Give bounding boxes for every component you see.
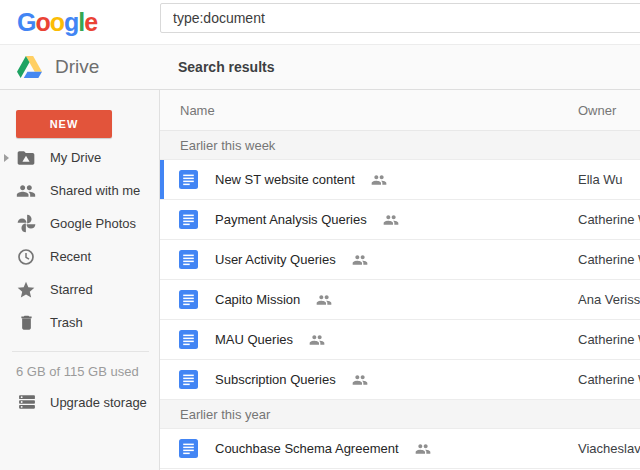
column-header-name[interactable]: Name xyxy=(180,103,215,118)
table-row[interactable]: Subscription Queries Catherine Wo xyxy=(160,360,640,400)
photos-pinwheel-icon xyxy=(15,213,37,235)
sidebar-item-starred[interactable]: Starred xyxy=(0,273,159,306)
sidebar-item-label: Google Photos xyxy=(50,216,136,231)
upgrade-storage-button[interactable]: Upgrade storage xyxy=(0,387,159,417)
new-button[interactable]: NEW xyxy=(16,110,112,138)
section-label: Earlier this year xyxy=(180,407,270,422)
owner-name: Catherine Wo xyxy=(578,212,640,227)
top-header: Google xyxy=(0,0,640,45)
star-icon xyxy=(15,279,37,301)
column-header-owner[interactable]: Owner xyxy=(578,103,616,118)
owner-name: Viacheslav Iu xyxy=(578,441,640,456)
file-list: Earlier this week New ST website content… xyxy=(160,131,640,469)
logo-letter: G xyxy=(17,8,35,36)
sidebar-item-google-photos[interactable]: Google Photos xyxy=(0,207,159,240)
section-header: Earlier this year xyxy=(160,400,640,429)
shared-people-icon xyxy=(352,372,368,388)
document-icon xyxy=(179,439,198,458)
clock-icon xyxy=(15,246,37,268)
app-body: NEW My Drive xyxy=(0,90,640,470)
sidebar-item-label: Recent xyxy=(50,249,91,264)
table-header: Name Owner xyxy=(160,90,640,131)
owner-name: Ella Wu xyxy=(578,172,623,187)
table-row[interactable]: Payment Analysis Queries Catherine Wo xyxy=(160,200,640,240)
shared-people-icon xyxy=(415,441,431,457)
logo-letter: g xyxy=(64,8,78,36)
logo-letter: o xyxy=(35,8,49,36)
sidebar-item-recent[interactable]: Recent xyxy=(0,240,159,273)
document-icon xyxy=(179,170,198,189)
logo-letter: e xyxy=(84,8,97,36)
file-name: Subscription Queries xyxy=(215,372,336,387)
owner-name: Catherine Wo xyxy=(578,332,640,347)
sidebar-item-my-drive[interactable]: My Drive xyxy=(0,141,159,174)
file-name: User Activity Queries xyxy=(215,252,336,267)
file-name: MAU Queries xyxy=(215,332,293,347)
shared-people-icon xyxy=(15,180,37,202)
shared-people-icon xyxy=(309,332,325,348)
sidebar: NEW My Drive xyxy=(0,90,160,470)
document-icon xyxy=(179,370,198,389)
file-name: Payment Analysis Queries xyxy=(215,212,367,227)
my-drive-folder-icon xyxy=(15,147,37,169)
storage-usage: 6 GB of 115 GB used xyxy=(16,364,139,379)
section-label: Earlier this week xyxy=(180,138,275,153)
sidebar-divider xyxy=(12,351,149,352)
table-row[interactable]: Capito Mission Ana Verissim xyxy=(160,280,640,320)
table-row[interactable]: Couchbase Schema Agreement Viacheslav Iu xyxy=(160,429,640,469)
sidebar-item-label: Shared with me xyxy=(50,183,140,198)
document-icon xyxy=(179,330,198,349)
file-name: Capito Mission xyxy=(215,292,300,307)
storage-icon xyxy=(16,391,38,413)
table-row[interactable]: User Activity Queries Catherine Wo xyxy=(160,240,640,280)
trash-icon xyxy=(15,312,37,334)
shared-people-icon xyxy=(352,252,368,268)
shared-people-icon xyxy=(383,212,399,228)
file-list-panel: Name Owner Earlier this week New ST webs… xyxy=(160,90,640,470)
section-header: Earlier this week xyxy=(160,131,640,160)
file-name: New ST website content xyxy=(215,172,355,187)
sidebar-item-label: My Drive xyxy=(50,150,101,165)
table-row[interactable]: MAU Queries Catherine Wo xyxy=(160,320,640,360)
document-icon xyxy=(179,250,198,269)
shared-people-icon xyxy=(371,172,387,188)
file-name: Couchbase Schema Agreement xyxy=(215,441,399,456)
page-title: Search results xyxy=(178,59,275,75)
google-logo[interactable]: Google xyxy=(17,8,97,36)
sidebar-item-label: Starred xyxy=(50,282,93,297)
owner-name: Ana Verissim xyxy=(578,292,640,307)
drive-logo-icon[interactable] xyxy=(17,56,42,78)
expand-arrow-icon[interactable] xyxy=(4,154,9,162)
document-icon xyxy=(179,290,198,309)
google-drive-app: Google Drive Search results NEW xyxy=(0,0,640,470)
table-row[interactable]: New ST website content Ella Wu xyxy=(160,160,640,200)
sidebar-item-label: Trash xyxy=(50,315,83,330)
owner-name: Catherine Wo xyxy=(578,372,640,387)
sidebar-item-shared-with-me[interactable]: Shared with me xyxy=(0,174,159,207)
owner-name: Catherine Wo xyxy=(578,252,640,267)
document-icon xyxy=(179,210,198,229)
search-input[interactable] xyxy=(160,3,640,33)
shared-people-icon xyxy=(316,292,332,308)
logo-letter: o xyxy=(50,8,64,36)
sidebar-nav: My Drive Shared with me xyxy=(0,141,159,339)
sidebar-item-trash[interactable]: Trash xyxy=(0,306,159,339)
app-name[interactable]: Drive xyxy=(55,56,99,78)
app-bar: Drive Search results xyxy=(0,45,640,90)
upgrade-storage-label: Upgrade storage xyxy=(50,395,147,410)
